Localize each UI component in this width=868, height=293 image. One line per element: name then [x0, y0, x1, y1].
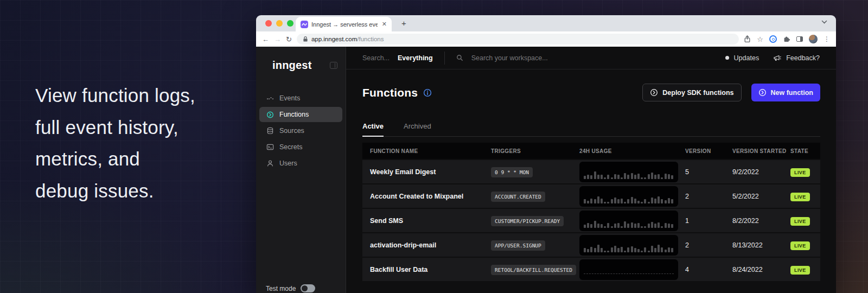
sidebar: inngest EventsFunctionsSourcesSecretsUse…: [256, 47, 346, 293]
page-header: Functions Deploy SDK functions: [362, 84, 820, 101]
megaphone-icon: [773, 54, 781, 62]
workspace-topbar: Search... Everything Search your workspa…: [346, 47, 836, 69]
browser-action-icons: ☆ ⋮: [744, 35, 830, 43]
sidebar-item-label: Secrets: [279, 143, 302, 151]
function-name: Account Created to Mixpanel: [362, 193, 491, 200]
sidebar-item-sources[interactable]: Sources: [259, 123, 342, 138]
workspace-search-input[interactable]: Search your workspace...: [471, 54, 548, 62]
table-row[interactable]: Backfill User DataRETOOL/BACKFILL.REQUES…: [362, 257, 820, 281]
trigger-cell: ACCOUNT.CREATED: [491, 191, 579, 202]
table-row[interactable]: Account Created to MixpanelACCOUNT.CREAT…: [362, 183, 820, 208]
trigger-badge: APP/USER.SIGNUP: [491, 240, 545, 251]
browser-tabstrip: Inngest → serverless event-dri ✕ +: [256, 15, 836, 31]
table-row[interactable]: Send SMSCUSTOMER/PICKUP.READY18/2/2022LI…: [362, 208, 820, 232]
search-scope[interactable]: Everything: [398, 54, 433, 62]
function-name: Backfill User Data: [362, 266, 491, 273]
tab-title: Inngest → serverless event-dri: [311, 21, 378, 28]
usage-sparkline: [579, 211, 678, 231]
users-icon: [266, 160, 274, 167]
close-window-button[interactable]: [265, 20, 272, 27]
trigger-cell: 0 9 * * MON: [491, 167, 579, 177]
lock-icon: [303, 36, 308, 42]
state-cell: LIVE: [790, 191, 820, 201]
secrets-icon: [266, 143, 274, 151]
window-controls[interactable]: [265, 20, 293, 27]
table-body: Weekly Email Digest0 9 * * MON59/2/2022L…: [362, 159, 820, 281]
collapse-sidebar-icon[interactable]: [330, 62, 337, 69]
version-value: 2: [685, 193, 732, 200]
profile-avatar[interactable]: [809, 35, 818, 43]
test-mode-toggle[interactable]: [301, 284, 315, 292]
url-host: app.inngest.com: [311, 36, 357, 42]
version-started-value: 9/2/2022: [732, 168, 790, 176]
usage-sparkline: [579, 186, 678, 207]
sidebar-item-secrets[interactable]: Secrets: [259, 139, 342, 155]
url-path: /functions: [357, 36, 384, 42]
sidebar-item-label: Users: [279, 160, 297, 167]
state-cell: LIVE: [790, 167, 820, 177]
column-header: TRIGGERS: [491, 148, 579, 154]
share-icon[interactable]: [744, 35, 751, 43]
main-pane: Search... Everything Search your workspa…: [346, 47, 836, 293]
table-row[interactable]: Weekly Email Digest0 9 * * MON59/2/2022L…: [362, 159, 820, 183]
trigger-badge: CUSTOMER/PICKUP.READY: [491, 216, 564, 226]
tab-close-icon[interactable]: ✕: [381, 21, 388, 28]
sidebar-item-label: Functions: [279, 111, 309, 118]
state-cell: LIVE: [790, 240, 820, 250]
tab-archived[interactable]: Archived: [404, 122, 431, 136]
usage-sparkline: [579, 235, 678, 256]
new-button-label: New function: [771, 89, 813, 97]
column-header: VERSION: [685, 148, 732, 154]
table-row[interactable]: activation-drip-emailAPP/USER.SIGNUP28/1…: [362, 232, 820, 257]
version-value: 2: [685, 241, 732, 249]
zoom-window-button[interactable]: [287, 20, 293, 27]
sources-icon: [266, 127, 274, 135]
table-header: FUNCTION NAMETRIGGERS24H USAGEVERSIONVER…: [362, 143, 820, 159]
search-label[interactable]: Search...: [362, 54, 390, 62]
side-panel-icon[interactable]: [796, 36, 803, 42]
topbar-right: Updates Feedback?: [725, 54, 820, 62]
state-badge: LIVE: [790, 266, 810, 275]
column-header: FUNCTION NAME: [362, 148, 491, 154]
state-badge: LIVE: [790, 217, 810, 226]
address-bar[interactable]: app.inngest.com/functions: [297, 34, 739, 44]
feedback-button[interactable]: Feedback?: [773, 54, 820, 62]
info-icon[interactable]: [423, 88, 432, 97]
sidebar-item-functions[interactable]: Functions: [259, 107, 342, 122]
tab-search-chevron-icon[interactable]: [821, 20, 827, 24]
browser-tab[interactable]: Inngest → serverless event-dri ✕: [296, 17, 392, 31]
trigger-cell: CUSTOMER/PICKUP.READY: [491, 215, 579, 226]
sidebar-item-label: Sources: [279, 127, 304, 135]
updates-button[interactable]: Updates: [725, 54, 760, 62]
onepassword-extension-icon[interactable]: [769, 35, 777, 43]
bookmark-star-icon[interactable]: ☆: [757, 36, 763, 43]
browser-menu-icon[interactable]: ⋮: [824, 35, 830, 43]
deploy-button-label: Deploy SDK functions: [662, 89, 733, 97]
new-tab-button[interactable]: +: [398, 18, 410, 28]
new-function-button[interactable]: New function: [751, 84, 820, 101]
sidebar-item-users[interactable]: Users: [259, 156, 342, 171]
header-actions: Deploy SDK functions New function: [642, 84, 820, 101]
trigger-badge: RETOOL/BACKFILL.REQUESTED: [491, 265, 576, 275]
extensions-puzzle-icon[interactable]: [783, 35, 790, 43]
usage-cell: [579, 186, 685, 207]
version-value: 5: [685, 168, 732, 176]
updates-dot-icon: [725, 56, 729, 60]
forward-icon[interactable]: →: [274, 36, 281, 43]
trigger-cell: RETOOL/BACKFILL.REQUESTED: [491, 264, 579, 275]
version-started-value: 8/13/2022: [732, 241, 790, 249]
no-usage-dash: [584, 273, 674, 274]
usage-cell: [579, 259, 685, 280]
sidebar-item-events[interactable]: Events: [259, 91, 342, 106]
minimize-window-button[interactable]: [276, 20, 283, 27]
usage-cell: [579, 235, 685, 256]
back-icon[interactable]: ←: [262, 36, 269, 43]
version-value: 4: [685, 266, 732, 273]
inngest-favicon: [301, 21, 308, 28]
deploy-sdk-functions-button[interactable]: Deploy SDK functions: [642, 84, 741, 101]
tab-active[interactable]: Active: [362, 122, 384, 137]
reload-icon[interactable]: ↻: [286, 36, 292, 43]
hero-line: debug issues.: [35, 175, 195, 207]
column-header: VERSION STARTED: [732, 148, 790, 154]
trigger-badge: 0 9 * * MON: [491, 167, 533, 177]
